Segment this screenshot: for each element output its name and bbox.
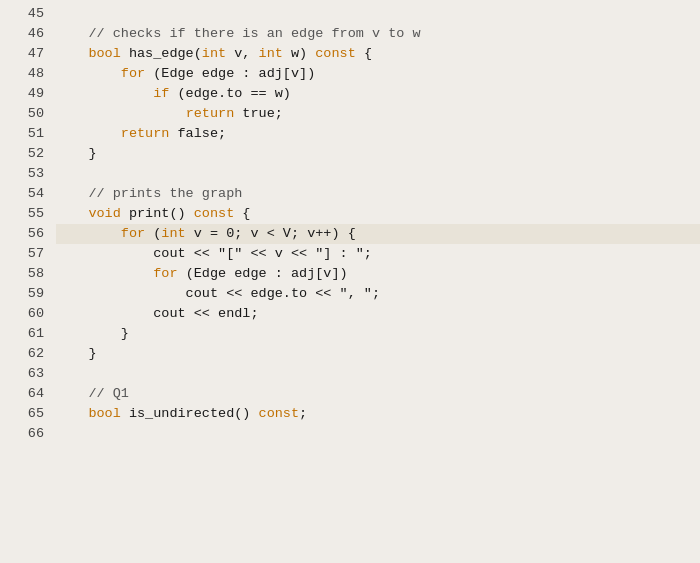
code-editor: 4546474849505152535455565758596061626364… bbox=[0, 0, 700, 563]
code-line: // Q1 bbox=[56, 384, 700, 404]
code-line: } bbox=[56, 324, 700, 344]
line-number: 66 bbox=[10, 424, 44, 444]
code-line: } bbox=[56, 344, 700, 364]
code-line: } bbox=[56, 144, 700, 164]
line-number: 64 bbox=[10, 384, 44, 404]
line-number: 60 bbox=[10, 304, 44, 324]
line-number: 58 bbox=[10, 264, 44, 284]
line-number: 46 bbox=[10, 24, 44, 44]
code-line: if (edge.to == w) bbox=[56, 84, 700, 104]
code-line bbox=[56, 4, 700, 24]
line-number: 63 bbox=[10, 364, 44, 384]
line-number-gutter: 4546474849505152535455565758596061626364… bbox=[0, 4, 52, 559]
line-number: 52 bbox=[10, 144, 44, 164]
line-number: 45 bbox=[10, 4, 44, 24]
code-line: return true; bbox=[56, 104, 700, 124]
line-number: 57 bbox=[10, 244, 44, 264]
code-line: bool is_undirected() const; bbox=[56, 404, 700, 424]
line-number: 55 bbox=[10, 204, 44, 224]
code-line: void print() const { bbox=[56, 204, 700, 224]
code-line: return false; bbox=[56, 124, 700, 144]
code-line: cout << endl; bbox=[56, 304, 700, 324]
code-line bbox=[56, 424, 700, 444]
line-number: 49 bbox=[10, 84, 44, 104]
code-line: for (int v = 0; v < V; v++) { bbox=[56, 224, 700, 244]
code-line: // prints the graph bbox=[56, 184, 700, 204]
line-number: 62 bbox=[10, 344, 44, 364]
line-number: 53 bbox=[10, 164, 44, 184]
code-line bbox=[56, 164, 700, 184]
code-line: // checks if there is an edge from v to … bbox=[56, 24, 700, 44]
code-line: cout << edge.to << ", "; bbox=[56, 284, 700, 304]
code-line: for (Edge edge : adj[v]) bbox=[56, 264, 700, 284]
code-line bbox=[56, 364, 700, 384]
code-line: bool has_edge(int v, int w) const { bbox=[56, 44, 700, 64]
line-number: 47 bbox=[10, 44, 44, 64]
code-line: for (Edge edge : adj[v]) bbox=[56, 64, 700, 84]
line-number: 48 bbox=[10, 64, 44, 84]
line-number: 59 bbox=[10, 284, 44, 304]
line-number: 61 bbox=[10, 324, 44, 344]
line-number: 54 bbox=[10, 184, 44, 204]
code-line: cout << "[" << v << "] : "; bbox=[56, 244, 700, 264]
line-number: 51 bbox=[10, 124, 44, 144]
line-number: 50 bbox=[10, 104, 44, 124]
code-content: // checks if there is an edge from v to … bbox=[52, 4, 700, 559]
line-number: 65 bbox=[10, 404, 44, 424]
line-number: 56 bbox=[10, 224, 44, 244]
